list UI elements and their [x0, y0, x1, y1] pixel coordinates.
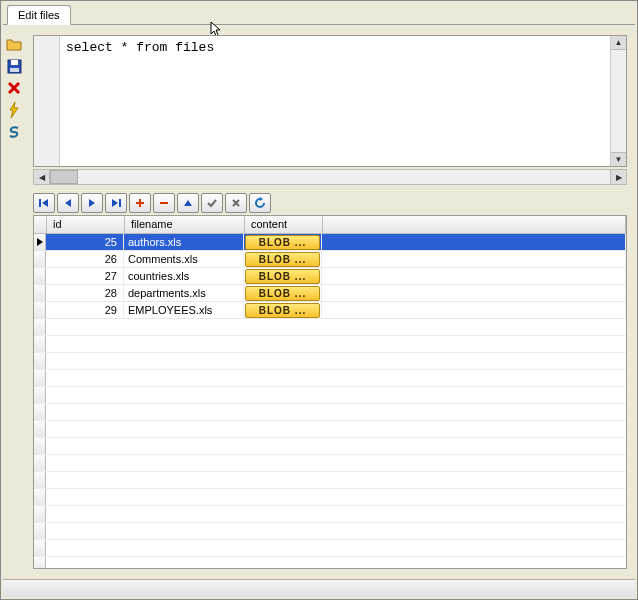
- svg-marker-7: [65, 199, 71, 207]
- row-indicator: [34, 455, 46, 471]
- grid-header-id[interactable]: id: [47, 216, 125, 233]
- table-row[interactable]: 29EMPLOYEES.xlsBLOB ...: [34, 302, 626, 319]
- post-record-button[interactable]: [201, 193, 223, 213]
- svg-marker-17: [260, 197, 263, 201]
- empty-row: [34, 506, 626, 523]
- svg-marker-9: [112, 199, 118, 207]
- empty-row: [34, 472, 626, 489]
- scroll-left-arrow-icon[interactable]: ◀: [34, 170, 50, 184]
- empty-row: [34, 387, 626, 404]
- first-record-button[interactable]: [33, 193, 55, 213]
- grid-header-filename[interactable]: filename: [125, 216, 245, 233]
- empty-row: [34, 489, 626, 506]
- cell-empty: [322, 268, 626, 284]
- current-row-icon: [37, 238, 43, 246]
- grid-header-indicator: [34, 216, 47, 233]
- row-indicator: [34, 540, 46, 556]
- sql-vertical-scrollbar[interactable]: ▲ ▼: [610, 36, 626, 166]
- cancel-record-button[interactable]: [225, 193, 247, 213]
- table-row[interactable]: 25authors.xlsBLOB ...: [34, 234, 626, 251]
- empty-row: [34, 353, 626, 370]
- next-record-button[interactable]: [81, 193, 103, 213]
- table-row[interactable]: 28departments.xlsBLOB ...: [34, 285, 626, 302]
- vertical-toolbar: [3, 35, 25, 141]
- scroll-thumb[interactable]: [50, 170, 78, 184]
- scroll-up-arrow-icon[interactable]: ▲: [611, 36, 626, 50]
- empty-row: [34, 319, 626, 336]
- sql-editor[interactable]: select * from files ▲ ▼: [33, 35, 627, 167]
- empty-row: [34, 540, 626, 557]
- blob-button[interactable]: BLOB ...: [245, 252, 320, 267]
- cell-id[interactable]: 28: [46, 285, 124, 301]
- sql-horizontal-scrollbar[interactable]: ◀ ▶: [33, 169, 627, 185]
- edit-record-button[interactable]: [177, 193, 199, 213]
- sql-gutter: [34, 36, 60, 166]
- row-indicator: [34, 370, 46, 386]
- empty-row: [34, 404, 626, 421]
- execute-lightning-icon[interactable]: [5, 101, 23, 119]
- row-indicator: [34, 387, 46, 403]
- empty-row: [34, 336, 626, 353]
- cell-empty: [322, 302, 626, 318]
- record-navigator: [33, 193, 271, 213]
- row-indicator: [34, 421, 46, 437]
- row-indicator: [34, 268, 46, 284]
- grid-header-content[interactable]: content: [245, 216, 323, 233]
- svg-marker-6: [42, 199, 48, 207]
- svg-rect-5: [39, 199, 41, 207]
- row-indicator: [34, 557, 46, 569]
- svg-rect-10: [119, 199, 121, 207]
- blob-button[interactable]: BLOB ...: [245, 235, 320, 250]
- last-record-button[interactable]: [105, 193, 127, 213]
- delete-x-icon[interactable]: [5, 79, 23, 97]
- cell-filename[interactable]: Comments.xls: [124, 251, 244, 267]
- cell-content: BLOB ...: [244, 234, 322, 250]
- row-indicator: [34, 234, 46, 250]
- sql-text[interactable]: select * from files: [60, 36, 610, 166]
- row-indicator: [34, 472, 46, 488]
- cell-id[interactable]: 25: [46, 234, 124, 250]
- delete-record-button[interactable]: [153, 193, 175, 213]
- cell-id[interactable]: 29: [46, 302, 124, 318]
- row-indicator: [34, 319, 46, 335]
- empty-row: [34, 523, 626, 540]
- cell-filename[interactable]: countries.xls: [124, 268, 244, 284]
- tab-edit-files[interactable]: Edit files: [7, 5, 71, 25]
- empty-row: [34, 438, 626, 455]
- refresh-button[interactable]: [249, 193, 271, 213]
- cell-id[interactable]: 26: [46, 251, 124, 267]
- prev-record-button[interactable]: [57, 193, 79, 213]
- row-indicator: [34, 353, 46, 369]
- svg-rect-2: [10, 68, 19, 72]
- open-folder-icon[interactable]: [5, 35, 23, 53]
- grid-header-blank: [323, 216, 626, 233]
- cell-filename[interactable]: departments.xls: [124, 285, 244, 301]
- scroll-right-arrow-icon[interactable]: ▶: [610, 170, 626, 184]
- insert-record-button[interactable]: [129, 193, 151, 213]
- table-row[interactable]: 26Comments.xlsBLOB ...: [34, 251, 626, 268]
- tab-bar: Edit files: [3, 3, 635, 25]
- row-indicator: [34, 489, 46, 505]
- script-s-icon[interactable]: [5, 123, 23, 141]
- blob-button[interactable]: BLOB ...: [245, 269, 320, 284]
- row-indicator: [34, 404, 46, 420]
- blob-button[interactable]: BLOB ...: [245, 303, 320, 318]
- app-window: Edit files select * from files ▲ ▼: [0, 0, 638, 600]
- scroll-down-arrow-icon[interactable]: ▼: [611, 152, 626, 166]
- save-disk-icon[interactable]: [5, 57, 23, 75]
- cell-id[interactable]: 27: [46, 268, 124, 284]
- cell-filename[interactable]: EMPLOYEES.xls: [124, 302, 244, 318]
- table-row[interactable]: 27countries.xlsBLOB ...: [34, 268, 626, 285]
- cell-content: BLOB ...: [244, 302, 322, 318]
- blob-button[interactable]: BLOB ...: [245, 286, 320, 301]
- cell-content: BLOB ...: [244, 268, 322, 284]
- svg-marker-14: [184, 200, 192, 206]
- row-indicator: [34, 506, 46, 522]
- row-indicator: [34, 251, 46, 267]
- tab-label: Edit files: [18, 9, 60, 21]
- cell-filename[interactable]: authors.xls: [124, 234, 244, 250]
- data-grid[interactable]: id filename content 25authors.xlsBLOB ..…: [33, 215, 627, 569]
- svg-rect-13: [160, 202, 168, 204]
- empty-row: [34, 455, 626, 472]
- empty-row: [34, 421, 626, 438]
